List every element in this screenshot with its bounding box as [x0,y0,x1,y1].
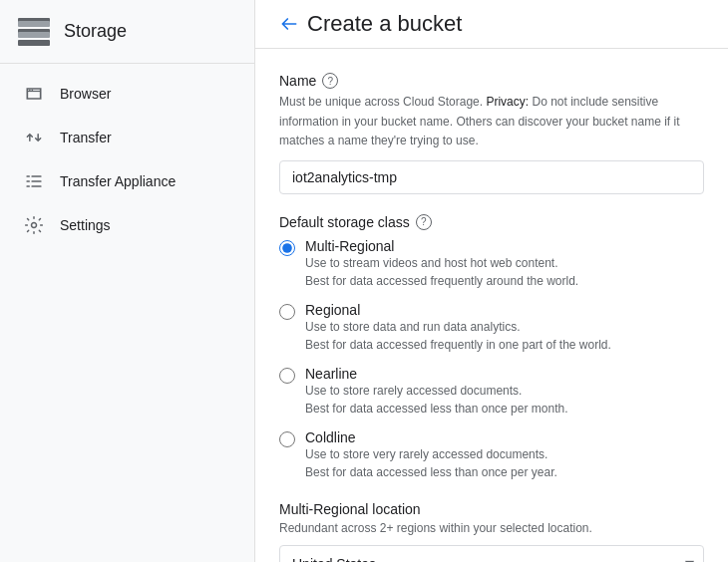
bucket-name-input[interactable] [279,160,704,194]
storage-class-section: Default storage class ? Multi-Regional U… [279,214,704,481]
svg-rect-8 [32,175,42,177]
main-header: Create a bucket [255,0,728,49]
back-button[interactable] [279,14,299,34]
sidebar-item-settings[interactable]: Settings [0,203,254,247]
radio-item-multi-regional: Multi-Regional Use to stream videos and … [279,238,704,290]
radio-multi-regional-desc1: Use to stream videos and host hot web co… [305,254,578,272]
sidebar-title: Storage [64,21,127,42]
location-select[interactable]: United States European Union Asia [279,545,704,562]
sidebar: Storage Browser Transfer [0,0,255,562]
page-title: Create a bucket [307,11,462,37]
radio-coldline-label[interactable]: Coldline [305,429,557,445]
radio-item-coldline: Coldline Use to store very rarely access… [279,429,704,481]
svg-rect-7 [27,175,30,177]
main-panel: Create a bucket Name ? Must be unique ac… [255,0,728,562]
storage-logo-icon [16,17,52,47]
privacy-label: Privacy: [486,95,529,109]
svg-rect-3 [18,32,50,38]
location-select-wrapper: United States European Union Asia ▾ [279,545,704,562]
gear-icon [24,215,44,235]
svg-rect-12 [32,185,42,187]
radio-multi-regional-label[interactable]: Multi-Regional [305,238,578,254]
radio-regional-label[interactable]: Regional [305,302,611,318]
radio-multi-regional-desc2: Best for data accessed frequently around… [305,272,578,290]
sidebar-item-settings-label: Settings [60,217,111,233]
svg-point-13 [32,223,37,228]
sidebar-item-transfer-appliance[interactable]: Transfer Appliance [0,159,254,203]
radio-regional[interactable] [279,304,295,320]
sidebar-item-transfer-appliance-label: Transfer Appliance [60,173,176,189]
radio-multi-regional[interactable] [279,240,295,256]
radio-nearline[interactable] [279,368,295,384]
browser-icon [24,84,44,104]
svg-point-5 [29,89,31,91]
sidebar-item-browser-label: Browser [60,86,111,102]
svg-rect-4 [18,40,50,46]
storage-class-help-icon[interactable]: ? [416,214,432,230]
sidebar-item-transfer[interactable]: Transfer [0,116,254,159]
transfer-icon [24,128,44,147]
sidebar-item-browser[interactable]: Browser [0,72,254,116]
radio-coldline-desc2: Best for data accessed less than once pe… [305,463,557,481]
radio-nearline-desc1: Use to store rarely accessed documents. [305,382,567,400]
radio-nearline-label[interactable]: Nearline [305,366,567,382]
svg-rect-10 [32,180,42,182]
radio-coldline-desc1: Use to store very rarely accessed docume… [305,445,557,463]
sidebar-nav: Browser Transfer [0,64,254,247]
name-section: Name ? Must be unique across Cloud Stora… [279,73,704,214]
list-icon [24,171,44,191]
sidebar-header: Storage [0,0,254,64]
radio-item-regional: Regional Use to store data and run data … [279,302,704,354]
storage-class-label: Default storage class ? [279,214,704,230]
radio-regional-desc1: Use to store data and run data analytics… [305,318,611,336]
location-section: Multi-Regional location Redundant across… [279,501,704,562]
svg-rect-11 [27,185,30,187]
location-desc: Redundant across 2+ regions within your … [279,521,704,535]
svg-point-6 [32,89,34,91]
sidebar-item-transfer-label: Transfer [60,130,112,145]
radio-nearline-desc2: Best for data accessed less than once pe… [305,400,567,418]
svg-rect-9 [27,180,30,182]
name-help-icon[interactable]: ? [322,73,338,89]
form-content: Name ? Must be unique across Cloud Stora… [255,49,728,562]
storage-class-radio-group: Multi-Regional Use to stream videos and … [279,238,704,481]
name-description: Must be unique across Cloud Storage. Pri… [279,93,704,150]
location-label: Multi-Regional location [279,501,704,517]
name-label: Name ? [279,73,704,89]
radio-item-nearline: Nearline Use to store rarely accessed do… [279,366,704,418]
radio-coldline[interactable] [279,431,295,447]
svg-rect-1 [18,21,50,27]
radio-regional-desc2: Best for data accessed frequently in one… [305,336,611,354]
